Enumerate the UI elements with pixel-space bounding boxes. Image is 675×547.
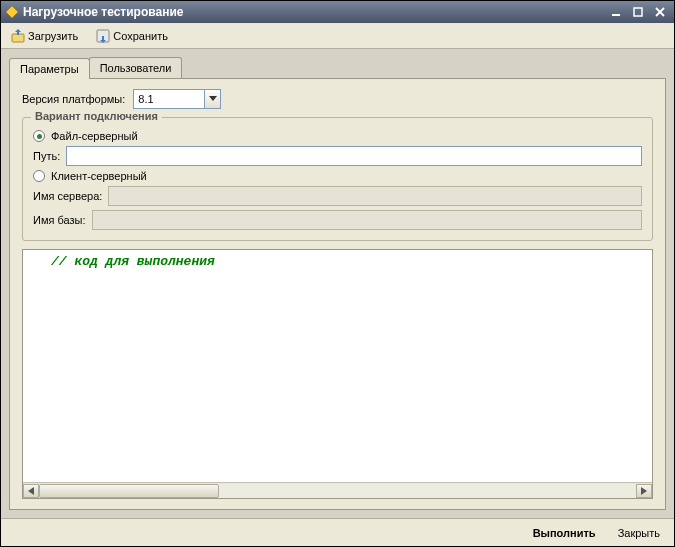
platform-combo [133,89,221,109]
base-input [92,210,642,230]
load-button[interactable]: Загрузить [7,27,82,45]
tab-users[interactable]: Пользователи [89,57,183,78]
hscroll-right-button[interactable] [636,484,652,498]
hscroll-thumb[interactable] [39,484,219,498]
client-server-row: Клиент-серверный [33,170,642,182]
platform-dropdown-button[interactable] [205,89,221,109]
chevron-down-icon [209,96,217,102]
svg-rect-7 [17,31,19,35]
svg-rect-9 [102,36,104,40]
code-pane-wrap: // код для выполнения [22,249,653,499]
load-icon [11,29,25,43]
path-row: Путь: [33,146,642,166]
base-label: Имя базы: [33,214,86,226]
hscrollbar [23,482,652,498]
toolbar: Загрузить Сохранить [1,23,674,49]
client-server-radio[interactable] [33,170,45,182]
client-server-label: Клиент-серверный [51,170,147,182]
tab-params[interactable]: Параметры [9,58,90,79]
svg-marker-12 [28,487,34,495]
code-editor[interactable]: // код для выполнения [23,250,652,482]
close-button[interactable] [650,4,670,20]
hscroll-left-button[interactable] [23,484,39,498]
app-icon [5,5,19,19]
base-row: Имя базы: [33,210,642,230]
app-window: Нагрузочное тестирование Загрузить Сохра… [0,0,675,547]
file-server-label: Файл-серверный [51,130,138,142]
save-icon [96,29,110,43]
server-input [108,186,642,206]
svg-marker-13 [641,487,647,495]
path-label: Путь: [33,150,60,162]
path-input[interactable] [66,146,642,166]
maximize-button[interactable] [628,4,648,20]
tab-panel-params: Версия платформы: Вариант подключения Фа… [9,78,666,510]
save-button[interactable]: Сохранить [92,27,172,45]
close-footer-button[interactable]: Закрыть [614,525,664,541]
server-label: Имя сервера: [33,190,102,202]
platform-row: Версия платформы: [22,89,653,109]
svg-marker-11 [209,96,217,101]
body-area: Параметры Пользователи Версия платформы:… [1,49,674,518]
platform-label: Версия платформы: [22,93,125,105]
svg-rect-1 [612,14,620,16]
tab-strip: Параметры Пользователи [9,57,666,78]
server-row: Имя сервера: [33,186,642,206]
svg-rect-5 [12,34,24,42]
hscroll-track[interactable] [39,484,636,498]
save-label: Сохранить [113,30,168,42]
minimize-button[interactable] [606,4,626,20]
platform-input[interactable] [133,89,205,109]
tab-params-label: Параметры [20,63,79,75]
window-title: Нагрузочное тестирование [23,5,183,19]
load-label: Загрузить [28,30,78,42]
footer: Выполнить Закрыть [1,518,674,546]
file-server-radio[interactable] [33,130,45,142]
tab-users-label: Пользователи [100,62,172,74]
execute-button[interactable]: Выполнить [529,525,600,541]
connection-fieldset: Вариант подключения Файл-серверный Путь:… [22,117,653,241]
titlebar: Нагрузочное тестирование [1,1,674,23]
connection-legend: Вариант подключения [31,110,162,122]
chevron-left-icon [28,487,34,495]
chevron-right-icon [641,487,647,495]
svg-rect-2 [634,8,642,16]
svg-marker-0 [6,6,18,18]
file-server-row: Файл-серверный [33,130,642,142]
